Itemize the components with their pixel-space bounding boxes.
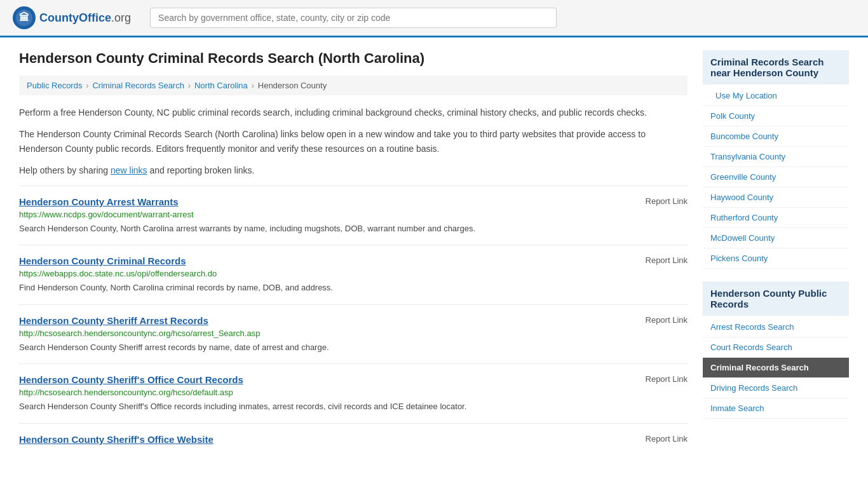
breadcrumb: Public Records › Criminal Records Search… <box>19 76 688 95</box>
content-area: Henderson County Criminal Records Search… <box>19 50 688 458</box>
sidebar-item-driving-records[interactable]: Driving Records Search <box>703 378 849 398</box>
search-input[interactable] <box>150 8 557 28</box>
sidebar-use-my-location[interactable]: Use My Location <box>703 86 849 106</box>
sidebar-item-pickens[interactable]: Pickens County <box>703 248 849 269</box>
breadcrumb-henderson-county: Henderson County <box>258 81 327 90</box>
record-desc-0: Search Henderson County, North Carolina … <box>19 222 688 235</box>
report-link-2[interactable]: Report Link <box>646 315 688 325</box>
sidebar-item-inmate-search[interactable]: Inmate Search <box>703 398 849 419</box>
record-entry-3: Henderson County Sheriff's Office Court … <box>19 363 688 423</box>
intro-paragraph-2: The Henderson County Criminal Records Se… <box>19 127 688 156</box>
record-title-2[interactable]: Henderson County Sheriff Arrest Records <box>19 315 208 326</box>
sidebar-item-arrest-records[interactable]: Arrest Records Search <box>703 317 849 337</box>
record-title-0[interactable]: Henderson County Arrest Warrants <box>19 196 179 207</box>
record-entry-2: Henderson County Sheriff Arrest Records … <box>19 304 688 364</box>
intro-paragraph-1: Perform a free Henderson County, NC publ… <box>19 105 688 119</box>
report-link-4[interactable]: Report Link <box>646 434 688 444</box>
breadcrumb-north-carolina[interactable]: North Carolina <box>194 81 248 90</box>
sidebar-item-polk[interactable]: Polk County <box>703 106 849 126</box>
record-desc-3: Search Henderson County Sheriff's Office… <box>19 400 688 413</box>
sidebar-item-transylvania[interactable]: Transylvania County <box>703 147 849 167</box>
sidebar-public-records-heading: Henderson County Public Records <box>703 281 849 316</box>
sidebar-item-haywood[interactable]: Haywood County <box>703 187 849 208</box>
record-desc-1: Find Henderson County, North Carolina cr… <box>19 281 688 294</box>
header: 🏛 CountyOffice.org <box>0 0 868 37</box>
records-list: Henderson County Arrest Warrants Report … <box>19 186 688 458</box>
record-entry-4: Henderson County Sheriff's Office Websit… <box>19 423 688 458</box>
logo-text: CountyOffice.org <box>39 11 131 25</box>
record-url-2[interactable]: http://hcsosearch.hendersoncountync.org/… <box>19 329 688 338</box>
record-desc-2: Search Henderson County Sheriff arrest r… <box>19 341 688 354</box>
new-links-link[interactable]: new links <box>111 165 147 175</box>
sidebar-nearby-section: Criminal Records Search near Henderson C… <box>703 50 849 269</box>
logo-icon: 🏛 <box>13 6 36 29</box>
sidebar-item-buncombe[interactable]: Buncombe County <box>703 126 849 147</box>
sidebar-item-mcdowell[interactable]: McDowell County <box>703 228 849 248</box>
breadcrumb-criminal-records[interactable]: Criminal Records Search <box>92 81 184 90</box>
sidebar-item-rutherford[interactable]: Rutherford County <box>703 208 849 228</box>
record-url-1[interactable]: https://webapps.doc.state.nc.us/opi/offe… <box>19 269 688 278</box>
report-link-1[interactable]: Report Link <box>646 255 688 265</box>
sidebar-public-records-section: Henderson County Public Records Arrest R… <box>703 281 849 419</box>
record-title-3[interactable]: Henderson County Sheriff's Office Court … <box>19 374 243 385</box>
sidebar-item-court-records[interactable]: Court Records Search <box>703 337 849 358</box>
report-link-3[interactable]: Report Link <box>646 374 688 384</box>
main-wrapper: Henderson County Criminal Records Search… <box>0 37 868 470</box>
page-title: Henderson County Criminal Records Search… <box>19 50 688 67</box>
logo-area[interactable]: 🏛 CountyOffice.org <box>13 6 131 29</box>
report-link-0[interactable]: Report Link <box>646 196 688 206</box>
sidebar-nearby-heading: Criminal Records Search near Henderson C… <box>703 50 849 85</box>
intro-paragraph-3: Help others by sharing new links and rep… <box>19 163 688 177</box>
sidebar-item-criminal-records[interactable]: Criminal Records Search <box>703 358 849 378</box>
breadcrumb-public-records[interactable]: Public Records <box>27 81 82 90</box>
svg-text:🏛: 🏛 <box>19 11 29 23</box>
record-entry-1: Henderson County Criminal Records Report… <box>19 245 688 304</box>
record-entry-0: Henderson County Arrest Warrants Report … <box>19 186 688 245</box>
record-title-4[interactable]: Henderson County Sheriff's Office Websit… <box>19 434 214 445</box>
record-title-1[interactable]: Henderson County Criminal Records <box>19 255 186 266</box>
record-url-3[interactable]: http://hcsosearch.hendersoncountync.org/… <box>19 388 688 397</box>
record-url-0[interactable]: https://www.ncdps.gov/document/warrant-a… <box>19 210 688 219</box>
sidebar: Criminal Records Search near Henderson C… <box>703 50 849 458</box>
sidebar-item-greenville[interactable]: Greenville County <box>703 167 849 187</box>
